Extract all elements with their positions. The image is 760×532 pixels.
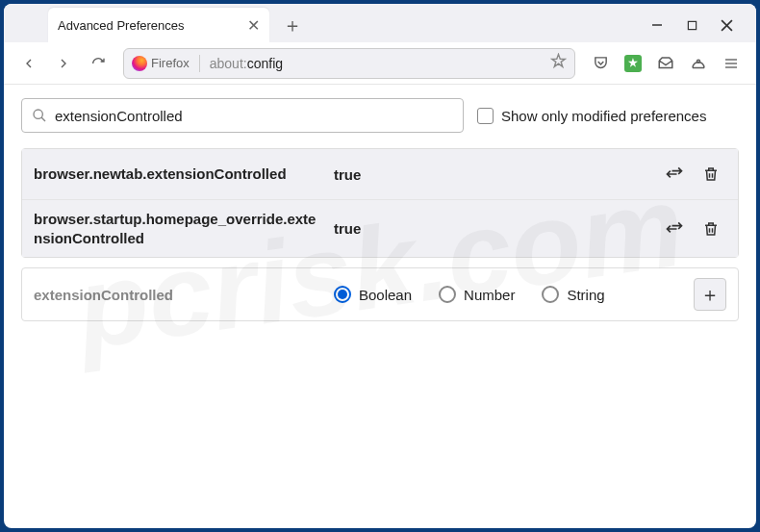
maximize-button[interactable] bbox=[683, 16, 700, 34]
preference-row: browser.newtab.extensionControlled true bbox=[22, 149, 738, 199]
radio-label: Number bbox=[464, 287, 515, 303]
url-bar[interactable]: Firefox about:config bbox=[123, 48, 575, 79]
account-icon[interactable] bbox=[683, 48, 714, 79]
content-area: Show only modified preferences browser.n… bbox=[4, 85, 756, 528]
minimize-button[interactable] bbox=[648, 16, 666, 34]
delete-button[interactable] bbox=[696, 159, 726, 190]
preference-name: browser.newtab.extensionControlled bbox=[34, 165, 322, 184]
url-text: about:config bbox=[210, 56, 545, 71]
toolbar: Firefox about:config ★ bbox=[4, 42, 756, 85]
browser-tab[interactable]: Advanced Preferences ✕ bbox=[48, 8, 269, 42]
search-box[interactable] bbox=[21, 98, 464, 133]
radio-icon bbox=[334, 286, 351, 303]
identity-label: Firefox bbox=[151, 56, 190, 70]
search-input[interactable] bbox=[55, 108, 453, 124]
type-options: Boolean Number String bbox=[334, 286, 682, 303]
search-row: Show only modified preferences bbox=[21, 98, 739, 133]
add-button[interactable]: ＋ bbox=[694, 278, 726, 311]
radio-icon bbox=[542, 286, 559, 303]
back-button[interactable] bbox=[13, 48, 44, 79]
forward-button[interactable] bbox=[48, 48, 79, 79]
show-modified-checkbox[interactable]: Show only modified preferences bbox=[477, 108, 706, 124]
inbox-icon[interactable] bbox=[650, 48, 681, 79]
preference-row: browser.startup.homepage_override.extens… bbox=[22, 199, 738, 257]
preference-name: browser.startup.homepage_override.extens… bbox=[34, 210, 322, 247]
preference-value: true bbox=[334, 166, 647, 183]
urlbar-separator bbox=[199, 55, 200, 72]
delete-button[interactable] bbox=[696, 214, 726, 244]
window-controls bbox=[648, 16, 748, 34]
toggle-button[interactable] bbox=[659, 214, 690, 244]
radio-boolean[interactable]: Boolean bbox=[334, 286, 412, 303]
radio-label: Boolean bbox=[359, 287, 412, 303]
checkbox-icon bbox=[477, 108, 494, 124]
menu-button[interactable] bbox=[716, 48, 747, 79]
toggle-button[interactable] bbox=[659, 159, 690, 190]
checkbox-label: Show only modified preferences bbox=[501, 108, 706, 124]
radio-icon bbox=[439, 286, 456, 303]
toolbar-actions: ★ bbox=[585, 48, 747, 79]
svg-point-8 bbox=[34, 110, 42, 118]
new-preference-row: extensionControlled Boolean Number Strin… bbox=[21, 267, 739, 321]
radio-number[interactable]: Number bbox=[439, 286, 515, 303]
identity-box[interactable]: Firefox bbox=[132, 56, 190, 71]
new-preference-name: extensionControlled bbox=[34, 287, 322, 303]
tab-bar: Advanced Preferences ✕ ＋ bbox=[4, 4, 756, 42]
radio-string[interactable]: String bbox=[542, 286, 604, 303]
radio-label: String bbox=[567, 287, 604, 303]
reload-button[interactable] bbox=[83, 48, 114, 79]
search-icon bbox=[32, 108, 47, 123]
close-window-button[interactable] bbox=[718, 16, 735, 34]
svg-rect-1 bbox=[688, 21, 696, 29]
firefox-icon bbox=[132, 56, 147, 71]
tab-title: Advanced Preferences bbox=[58, 18, 185, 33]
new-tab-button[interactable]: ＋ bbox=[279, 12, 306, 38]
preference-value: true bbox=[334, 220, 647, 237]
close-tab-icon[interactable]: ✕ bbox=[247, 16, 260, 35]
extension-icon[interactable]: ★ bbox=[618, 48, 648, 79]
svg-line-9 bbox=[41, 117, 45, 121]
pocket-icon[interactable] bbox=[585, 48, 616, 79]
preference-list: browser.newtab.extensionControlled true … bbox=[21, 148, 739, 258]
bookmark-star-icon[interactable] bbox=[550, 53, 567, 73]
